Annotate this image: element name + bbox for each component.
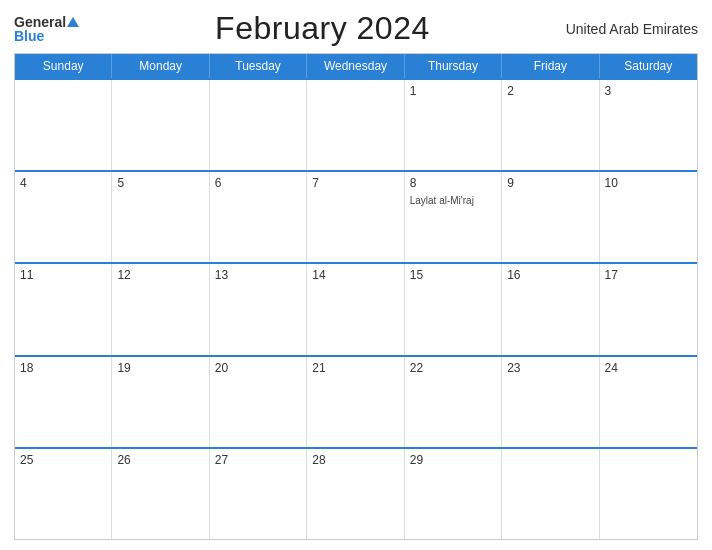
calendar-cell — [600, 449, 697, 539]
calendar-title: February 2024 — [215, 10, 430, 47]
calendar-header: SundayMondayTuesdayWednesdayThursdayFrid… — [15, 54, 697, 78]
calendar-cell: 24 — [600, 357, 697, 447]
calendar-cell: 12 — [112, 264, 209, 354]
calendar-week-3: 11121314151617 — [15, 262, 697, 354]
calendar-cell: 23 — [502, 357, 599, 447]
day-event: Laylat al-Mi'raj — [410, 194, 496, 207]
day-number: 18 — [20, 361, 106, 375]
day-number: 4 — [20, 176, 106, 190]
country-label: United Arab Emirates — [566, 21, 698, 37]
weekday-header-tuesday: Tuesday — [210, 54, 307, 78]
day-number: 1 — [410, 84, 496, 98]
day-number: 25 — [20, 453, 106, 467]
weekday-header-wednesday: Wednesday — [307, 54, 404, 78]
logo-general-text: General — [14, 15, 66, 29]
day-number: 6 — [215, 176, 301, 190]
calendar-cell: 7 — [307, 172, 404, 262]
calendar-cell: 26 — [112, 449, 209, 539]
calendar-cell: 19 — [112, 357, 209, 447]
day-number: 15 — [410, 268, 496, 282]
weekday-header-saturday: Saturday — [600, 54, 697, 78]
calendar-cell: 14 — [307, 264, 404, 354]
calendar-cell: 27 — [210, 449, 307, 539]
logo: General Blue — [14, 15, 79, 43]
day-number: 27 — [215, 453, 301, 467]
calendar-cell: 28 — [307, 449, 404, 539]
day-number: 14 — [312, 268, 398, 282]
day-number: 3 — [605, 84, 692, 98]
calendar-cell: 16 — [502, 264, 599, 354]
calendar-cell: 3 — [600, 80, 697, 170]
day-number: 5 — [117, 176, 203, 190]
day-number: 7 — [312, 176, 398, 190]
day-number: 12 — [117, 268, 203, 282]
calendar-week-5: 2526272829 — [15, 447, 697, 539]
day-number: 9 — [507, 176, 593, 190]
calendar-cell: 29 — [405, 449, 502, 539]
weekday-header-thursday: Thursday — [405, 54, 502, 78]
calendar-week-4: 18192021222324 — [15, 355, 697, 447]
calendar-cell: 9 — [502, 172, 599, 262]
calendar-cell: 10 — [600, 172, 697, 262]
day-number: 16 — [507, 268, 593, 282]
logo-triangle-icon — [67, 17, 79, 27]
calendar-cell: 6 — [210, 172, 307, 262]
day-number: 11 — [20, 268, 106, 282]
calendar-grid: SundayMondayTuesdayWednesdayThursdayFrid… — [14, 53, 698, 540]
calendar-cell: 8Laylat al-Mi'raj — [405, 172, 502, 262]
day-number: 20 — [215, 361, 301, 375]
day-number: 22 — [410, 361, 496, 375]
day-number: 21 — [312, 361, 398, 375]
calendar-body: 12345678Laylat al-Mi'raj9101112131415161… — [15, 78, 697, 539]
calendar-cell: 5 — [112, 172, 209, 262]
day-number: 13 — [215, 268, 301, 282]
calendar-cell: 4 — [15, 172, 112, 262]
weekday-header-monday: Monday — [112, 54, 209, 78]
day-number: 10 — [605, 176, 692, 190]
calendar-cell: 11 — [15, 264, 112, 354]
day-number: 23 — [507, 361, 593, 375]
calendar-cell: 17 — [600, 264, 697, 354]
day-number: 24 — [605, 361, 692, 375]
calendar-cell: 2 — [502, 80, 599, 170]
day-number: 19 — [117, 361, 203, 375]
calendar-cell — [210, 80, 307, 170]
calendar-cell — [15, 80, 112, 170]
calendar-cell: 1 — [405, 80, 502, 170]
day-number: 17 — [605, 268, 692, 282]
day-number: 2 — [507, 84, 593, 98]
day-number: 28 — [312, 453, 398, 467]
calendar-cell: 25 — [15, 449, 112, 539]
calendar-cell: 20 — [210, 357, 307, 447]
calendar-cell: 15 — [405, 264, 502, 354]
day-number: 26 — [117, 453, 203, 467]
calendar-cell: 13 — [210, 264, 307, 354]
weekday-header-friday: Friday — [502, 54, 599, 78]
day-number: 8 — [410, 176, 496, 190]
weekday-header-sunday: Sunday — [15, 54, 112, 78]
day-number: 29 — [410, 453, 496, 467]
calendar-cell — [307, 80, 404, 170]
calendar-week-1: 123 — [15, 78, 697, 170]
calendar-cell — [112, 80, 209, 170]
calendar-cell — [502, 449, 599, 539]
logo-blue-text: Blue — [14, 29, 44, 43]
calendar-cell: 18 — [15, 357, 112, 447]
header: General Blue February 2024 United Arab E… — [14, 10, 698, 47]
calendar-page: General Blue February 2024 United Arab E… — [0, 0, 712, 550]
calendar-week-2: 45678Laylat al-Mi'raj910 — [15, 170, 697, 262]
calendar-cell: 21 — [307, 357, 404, 447]
calendar-cell: 22 — [405, 357, 502, 447]
